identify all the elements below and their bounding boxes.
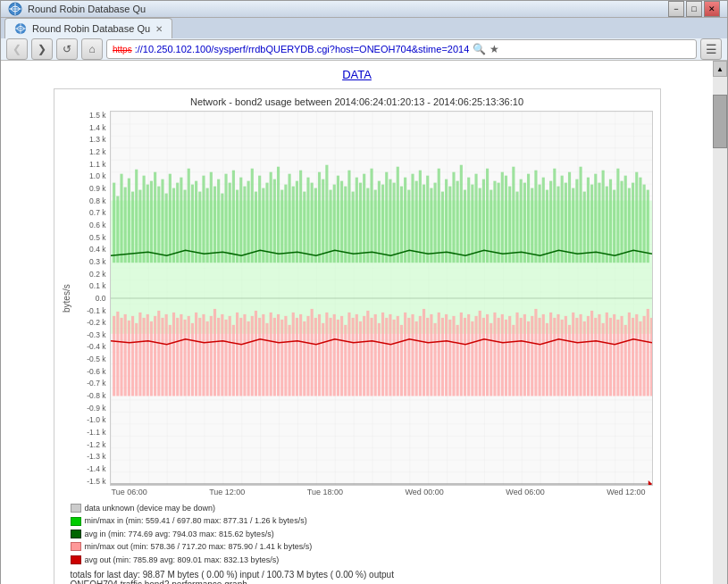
legend-label-minmax-in: min/max in (min: 559.41 / 697.80 max: 87… [85, 514, 307, 527]
svg-rect-276 [572, 313, 574, 396]
minimize-button[interactable]: − [668, 1, 684, 17]
svg-rect-92 [422, 185, 424, 263]
https-strikethrough: https [113, 45, 132, 54]
svg-rect-296 [646, 309, 649, 396]
legend-label-avg-out: avg out (min: 785.89 avg: 809.01 max: 83… [85, 554, 280, 566]
svg-rect-173 [187, 316, 189, 396]
svg-rect-219 [358, 321, 361, 396]
svg-rect-80 [377, 181, 380, 263]
svg-rect-55 [284, 185, 287, 263]
svg-rect-191 [254, 311, 256, 396]
svg-rect-164 [154, 316, 156, 396]
svg-rect-277 [575, 318, 578, 396]
svg-rect-212 [332, 314, 335, 396]
svg-rect-224 [377, 323, 380, 396]
nav-bar: ❮ ❯ ↺ ⌂ https ://10.250.102.100/sysperf/… [1, 38, 727, 61]
scroll-track [713, 77, 727, 584]
scroll-thumb[interactable] [713, 95, 727, 148]
svg-rect-105 [471, 185, 473, 263]
svg-rect-79 [373, 190, 376, 263]
bookmark-icon[interactable]: ★ [490, 43, 499, 55]
svg-rect-269 [545, 323, 548, 396]
svg-rect-33 [202, 176, 205, 263]
svg-rect-194 [265, 323, 268, 396]
svg-rect-246 [459, 313, 462, 396]
svg-rect-236 [422, 309, 424, 396]
svg-rect-141 [605, 187, 607, 263]
svg-rect-85 [396, 167, 398, 263]
svg-rect-138 [594, 174, 597, 263]
svg-rect-183 [224, 320, 227, 396]
maximize-button[interactable]: □ [686, 1, 702, 17]
scrollbar[interactable]: ▲ ▼ [713, 61, 727, 584]
svg-rect-104 [467, 178, 470, 263]
chart-plot: /* bars generated inline */ [110, 111, 653, 486]
legend-row-avg-out: avg out (min: 785.89 avg: 809.01 max: 83… [71, 554, 653, 566]
svg-rect-25 [172, 188, 174, 263]
tab-close-button[interactable]: ✕ [155, 24, 163, 34]
svg-rect-137 [590, 185, 593, 263]
svg-rect-153 [113, 316, 115, 396]
svg-rect-214 [340, 316, 343, 396]
svg-rect-70 [340, 181, 343, 263]
window-controls: − □ ✕ [668, 1, 720, 17]
svg-rect-12 [123, 188, 126, 263]
legend-row-minmax-in: min/max in (min: 559.41 / 697.80 max: 87… [71, 514, 653, 527]
svg-rect-258 [504, 320, 506, 396]
svg-rect-52 [272, 179, 275, 263]
svg-rect-122 [534, 171, 537, 263]
svg-rect-202 [295, 318, 297, 396]
svg-rect-84 [392, 183, 395, 263]
svg-rect-87 [404, 178, 406, 263]
y-axis-label: bytes/s [62, 111, 78, 486]
forward-button[interactable]: ❯ [31, 38, 53, 60]
svg-rect-56 [288, 174, 290, 263]
svg-rect-259 [508, 316, 511, 396]
svg-rect-197 [276, 314, 279, 396]
active-tab[interactable]: Round Robin Database Qu ✕ [4, 18, 172, 38]
svg-rect-234 [414, 321, 417, 396]
data-link[interactable]: DATA [12, 68, 702, 81]
svg-rect-270 [549, 313, 552, 396]
svg-rect-279 [582, 321, 585, 396]
svg-rect-131 [567, 172, 570, 263]
svg-rect-181 [217, 318, 220, 396]
menu-button[interactable]: ☰ [700, 38, 722, 60]
address-icons: 🔍 ★ [473, 43, 499, 55]
svg-rect-233 [411, 314, 414, 396]
svg-rect-93 [426, 176, 429, 263]
svg-rect-260 [512, 325, 515, 396]
legend-color-minmax-out [71, 542, 81, 551]
svg-rect-120 [526, 174, 529, 263]
svg-rect-239 [433, 323, 436, 396]
svg-rect-125 [545, 190, 548, 263]
home-button[interactable]: ⌂ [81, 38, 103, 60]
svg-rect-213 [336, 320, 339, 396]
search-icon[interactable]: 🔍 [473, 43, 486, 55]
svg-rect-16 [138, 190, 141, 263]
svg-rect-199 [284, 316, 287, 396]
svg-rect-78 [370, 169, 372, 263]
close-button[interactable]: ✕ [704, 1, 720, 17]
address-bar[interactable]: https ://10.250.102.100/sysperf/rrdbQUER… [106, 39, 697, 59]
svg-rect-135 [582, 192, 585, 263]
reload-button[interactable]: ↺ [56, 38, 78, 60]
svg-rect-144 [616, 169, 619, 263]
svg-rect-98 [445, 179, 448, 263]
svg-rect-61 [306, 178, 309, 263]
y-axis-labels: 1.5 k 1.4 k 1.3 k 1.2 k 1.1 k 1.0 k 0.9 … [78, 111, 110, 486]
svg-rect-136 [586, 178, 589, 263]
svg-rect-179 [209, 316, 212, 396]
svg-rect-151 [642, 185, 645, 263]
svg-rect-242 [445, 314, 448, 396]
back-button[interactable]: ❮ [6, 38, 28, 60]
svg-rect-248 [467, 314, 470, 396]
svg-rect-263 [523, 314, 525, 396]
svg-rect-293 [635, 314, 638, 396]
svg-rect-101 [456, 181, 458, 263]
svg-rect-127 [553, 169, 556, 263]
svg-rect-124 [541, 178, 544, 263]
svg-rect-161 [142, 318, 145, 396]
svg-rect-37 [217, 179, 220, 263]
scroll-up-button[interactable]: ▲ [713, 61, 727, 77]
